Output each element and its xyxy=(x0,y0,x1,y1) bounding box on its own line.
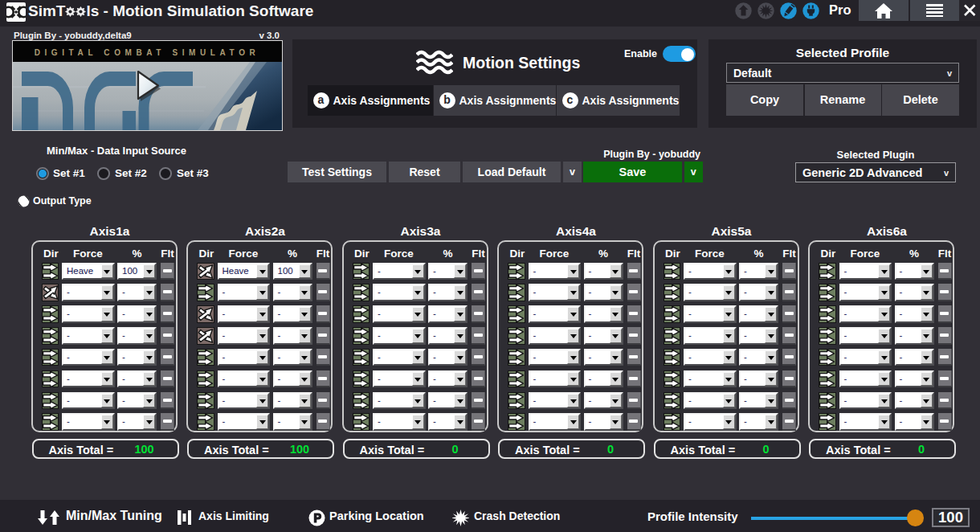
svg-text:DIGITAL COMBAT SIMULATOR: DIGITAL COMBAT SIMULATOR xyxy=(35,48,260,57)
